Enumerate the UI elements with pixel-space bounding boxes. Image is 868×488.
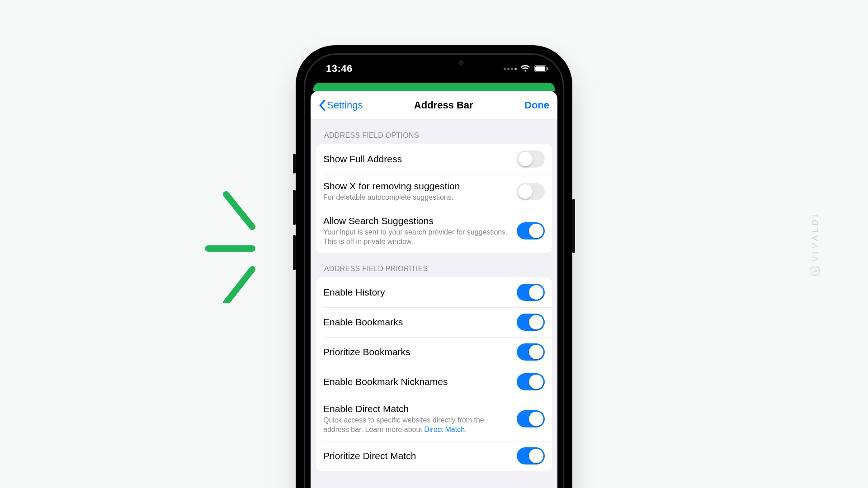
- toggle-enable-bookmarks[interactable]: [517, 314, 545, 331]
- group-address-field-options: Show Full Address Show X for removing su…: [316, 144, 552, 253]
- back-button[interactable]: Settings: [319, 99, 363, 111]
- toggle-show-full-address[interactable]: [517, 150, 545, 168]
- chevron-left-icon: [319, 100, 326, 111]
- phone-frame: 13:46 Settings Address Bar Done: [296, 45, 572, 488]
- toggle-allow-search-suggestions[interactable]: [517, 222, 545, 239]
- status-time: 13:46: [326, 63, 353, 75]
- row-subtitle: Your input is sent to your search provid…: [323, 228, 509, 247]
- settings-sheet: Settings Address Bar Done ADDRESS FIELD …: [311, 91, 557, 488]
- back-label: Settings: [327, 99, 363, 111]
- phone-volume-up: [293, 190, 296, 225]
- subtitle-post: .: [465, 426, 467, 433]
- page-title: Address Bar: [414, 99, 473, 111]
- cellular-icon: [504, 68, 517, 70]
- row-title: Enable History: [323, 286, 509, 298]
- row-title: Enable Direct Match: [323, 403, 509, 415]
- svg-line-0: [226, 194, 252, 227]
- row-allow-search-suggestions[interactable]: Allow Search Suggestions Your input is s…: [316, 209, 552, 253]
- toggle-prioritize-bookmarks[interactable]: [517, 343, 545, 361]
- background-app-peek: [313, 83, 555, 91]
- svg-rect-5: [535, 66, 545, 71]
- toggle-show-x[interactable]: [517, 183, 545, 200]
- row-title: Prioritize Direct Match: [323, 450, 509, 462]
- row-title: Prioritize Bookmarks: [323, 346, 509, 358]
- row-title: Show Full Address: [323, 153, 509, 165]
- row-prioritize-bookmarks[interactable]: Prioritize Bookmarks: [316, 337, 552, 367]
- vivaldi-logo-icon: [810, 266, 820, 276]
- svg-line-2: [226, 269, 252, 303]
- section-header-priorities: ADDRESS FIELD PRIORITIES: [316, 253, 552, 277]
- row-enable-direct-match[interactable]: Enable Direct Match Quick access to spec…: [316, 397, 552, 441]
- group-address-field-priorities: Enable History Enable Bookmarks Prioriti…: [316, 277, 552, 471]
- vivaldi-watermark: VIVALDI: [810, 212, 820, 276]
- brand-text: VIVALDI: [811, 212, 820, 262]
- phone-volume-down: [293, 235, 296, 270]
- row-prioritize-direct-match[interactable]: Prioritize Direct Match: [316, 441, 552, 471]
- row-title: Allow Search Suggestions: [323, 215, 509, 227]
- row-enable-bookmarks[interactable]: Enable Bookmarks: [316, 307, 552, 337]
- row-subtitle: Quick access to specific websites direct…: [323, 416, 509, 435]
- row-title: Enable Bookmarks: [323, 316, 509, 328]
- toggle-enable-direct-match[interactable]: [517, 410, 545, 427]
- row-show-full-address[interactable]: Show Full Address: [316, 144, 552, 174]
- phone-power-button: [572, 199, 575, 253]
- toggle-enable-bookmark-nicknames[interactable]: [517, 373, 545, 390]
- accent-strokes: [154, 185, 271, 303]
- phone-notch: [389, 55, 479, 71]
- battery-icon: [534, 65, 548, 72]
- row-enable-history[interactable]: Enable History: [316, 277, 552, 307]
- row-subtitle: For deletable autocomplete suggestions.: [323, 193, 509, 202]
- toggle-enable-history[interactable]: [517, 284, 545, 301]
- toggle-prioritize-direct-match[interactable]: [517, 447, 545, 465]
- row-title: Show X for removing suggestion: [323, 180, 509, 192]
- navigation-bar: Settings Address Bar Done: [311, 91, 557, 120]
- row-title: Enable Bookmark Nicknames: [323, 376, 509, 388]
- section-header-options: ADDRESS FIELD OPTIONS: [316, 120, 552, 144]
- direct-match-link[interactable]: Direct Match: [424, 426, 465, 433]
- wifi-icon: [520, 65, 530, 72]
- row-enable-bookmark-nicknames[interactable]: Enable Bookmark Nicknames: [316, 367, 552, 397]
- phone-mute-switch: [293, 154, 296, 174]
- svg-rect-6: [547, 67, 548, 70]
- row-show-x[interactable]: Show X for removing suggestion For delet…: [316, 174, 552, 209]
- done-button[interactable]: Done: [524, 99, 549, 111]
